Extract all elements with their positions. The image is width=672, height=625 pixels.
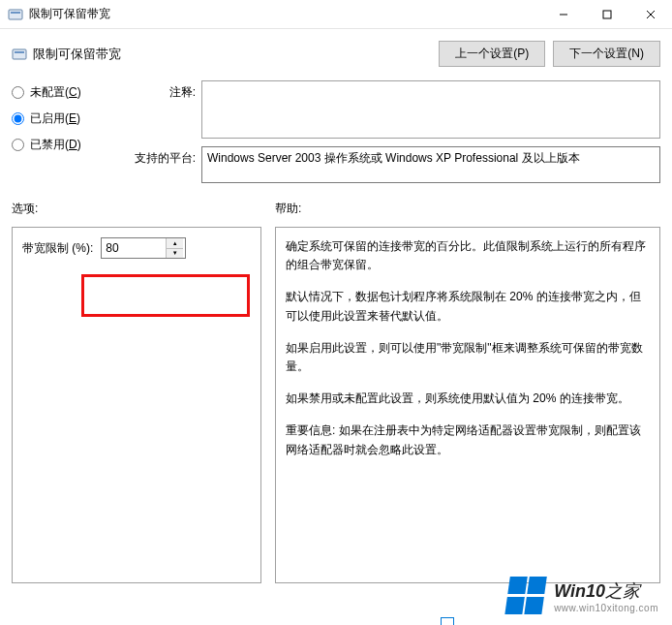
radio-enabled-input[interactable] [12, 112, 24, 125]
svg-rect-1 [11, 12, 20, 14]
header-row: 限制可保留带宽 上一个设置(P) 下一个设置(N) [12, 41, 660, 67]
app-icon [8, 7, 23, 22]
platform-text: Windows Server 2003 操作系统或 Windows XP Pro… [207, 151, 580, 165]
spinner-down-button[interactable]: ▼ [167, 249, 183, 259]
svg-rect-0 [9, 10, 22, 19]
comment-label: 注释: [130, 80, 201, 101]
help-p3: 如果启用此设置，则可以使用"带宽限制"框来调整系统可保留的带宽数量。 [286, 339, 650, 376]
minimize-button[interactable] [541, 0, 585, 29]
svg-rect-6 [13, 49, 26, 59]
spinner-up-button[interactable]: ▲ [167, 238, 183, 249]
options-label: 选项: [12, 201, 261, 217]
help-p1: 确定系统可保留的连接带宽的百分比。此值限制系统上运行的所有程序的组合带宽保留。 [286, 237, 650, 274]
watermark-url: www.win10xitong.com [554, 603, 658, 613]
content-area: 限制可保留带宽 上一个设置(P) 下一个设置(N) 未配置(C) 已启用(E) … [0, 29, 672, 625]
prev-setting-button[interactable]: 上一个设置(P) [439, 41, 545, 67]
supported-platforms[interactable]: Windows Server 2003 操作系统或 Windows XP Pro… [201, 146, 660, 183]
policy-title: 限制可保留带宽 [33, 46, 439, 63]
comment-textarea[interactable] [201, 80, 660, 139]
bandwidth-limit-input[interactable] [102, 241, 166, 255]
options-panel: 带宽限制 (%): ▲ ▼ [12, 227, 261, 583]
bandwidth-limit-spinner[interactable]: ▲ ▼ [101, 237, 186, 259]
radio-disabled-input[interactable] [12, 139, 24, 151]
titlebar: 限制可保留带宽 [0, 0, 672, 29]
policy-icon [12, 47, 27, 62]
svg-rect-3 [603, 11, 611, 18]
radio-not-configured[interactable]: 未配置(C) [12, 84, 118, 101]
radio-disabled[interactable]: 已禁用(D) [12, 137, 118, 153]
help-label: 帮助: [275, 201, 660, 217]
maximize-button[interactable] [585, 0, 628, 29]
state-radio-group: 未配置(C) 已启用(E) 已禁用(D) [12, 80, 118, 191]
help-panel[interactable]: 确定系统可保留的连接带宽的百分比。此值限制系统上运行的所有程序的组合带宽保留。 … [275, 227, 660, 583]
help-p5: 重要信息: 如果在注册表中为特定网络适配器设置带宽限制，则配置该网络适配器时就会… [286, 422, 650, 458]
platform-label: 支持的平台: [130, 146, 201, 167]
next-setting-button[interactable]: 下一个设置(N) [553, 41, 660, 67]
bandwidth-limit-label: 带宽限制 (%): [22, 240, 93, 257]
svg-rect-7 [15, 51, 24, 53]
help-p4: 如果禁用或未配置此设置，则系统使用默认值为 20% 的连接带宽。 [286, 390, 650, 408]
close-button[interactable] [628, 0, 672, 29]
radio-enabled[interactable]: 已启用(E) [12, 110, 118, 127]
window-title: 限制可保留带宽 [29, 6, 110, 22]
radio-not-configured-input[interactable] [12, 86, 24, 99]
cutoff-button-edge [441, 617, 454, 625]
help-p2: 默认情况下，数据包计划程序将系统限制在 20% 的连接带宽之内，但可以使用此设置… [286, 288, 650, 325]
window-controls [541, 0, 672, 29]
